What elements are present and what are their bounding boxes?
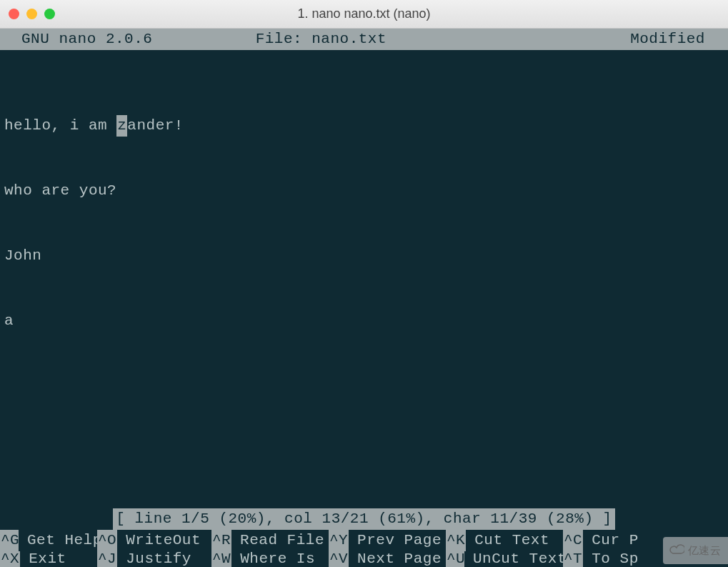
shortcut-label: Next Page (349, 551, 446, 567)
shortcut-key: ^V (329, 551, 349, 567)
shortcut-key: ^K (446, 530, 466, 551)
shortcut-item[interactable]: ^GGet Help (0, 530, 97, 551)
text-line[interactable]: hello, i am zander! (4, 115, 724, 137)
text-line[interactable]: who are you? (4, 180, 724, 202)
shortcut-label: Where Is (231, 551, 319, 567)
shortcut-key: ^C (563, 530, 583, 551)
minimize-icon[interactable] (26, 9, 37, 19)
text-line[interactable]: John (4, 245, 724, 267)
cloud-icon (669, 541, 684, 560)
shortcut-item[interactable]: ^RRead File (211, 530, 329, 551)
terminal[interactable]: GNU nano 2.0.6 File: nano.txt Modified h… (0, 29, 728, 567)
shortcut-key: ^W (211, 551, 231, 567)
shortcut-item[interactable]: ^CCur P (563, 530, 677, 551)
shortcut-key: ^Y (329, 530, 349, 551)
shortcut-item[interactable]: ^WWhere Is (211, 551, 329, 567)
shortcut-key: ^J (97, 551, 117, 567)
shortcut-label: To Sp (583, 551, 643, 567)
cursor: z (116, 115, 127, 137)
file-name: File: nano.txt (241, 29, 487, 50)
shortcut-label: Get Help (19, 530, 106, 551)
shortcut-label: WriteOut (117, 530, 205, 551)
shortcut-item[interactable]: ^XExit (0, 551, 97, 567)
editor-header: GNU nano 2.0.6 File: nano.txt Modified (0, 29, 728, 50)
modified-status: Modified (487, 29, 725, 50)
shortcut-key: ^T (563, 551, 583, 567)
shortcut-item[interactable]: ^TTo Sp (563, 551, 677, 567)
shortcut-key: ^U (446, 551, 464, 567)
traffic-lights (0, 9, 55, 19)
status-text: [ line 1/5 (20%), col 13/21 (61%), char … (113, 508, 614, 530)
line-text: ander! (127, 117, 184, 134)
shortcut-row: ^XExit^JJustify^WWhere Is^VNext Page^UUn… (0, 551, 728, 567)
shortcut-key: ^X (0, 551, 20, 567)
app-version: GNU nano 2.0.6 (3, 29, 241, 50)
maximize-icon[interactable] (44, 9, 55, 19)
text-line[interactable]: a (4, 310, 724, 332)
window: 1. nano nano.txt (nano) GNU nano 2.0.6 F… (0, 0, 728, 567)
shortcut-item[interactable]: ^OWriteOut (97, 530, 211, 551)
watermark: 亿速云 (663, 537, 729, 564)
shortcut-label: Exit (20, 551, 70, 567)
shortcut-bar: ^GGet Help^OWriteOut^RRead File^YPrev Pa… (0, 530, 728, 567)
shortcut-item[interactable]: ^UUnCut Text (446, 551, 563, 567)
shortcut-key: ^G (0, 530, 19, 551)
shortcut-label: Justify (117, 551, 196, 567)
shortcut-row: ^GGet Help^OWriteOut^RRead File^YPrev Pa… (0, 530, 728, 551)
shortcut-label: Cut Text (466, 530, 554, 551)
line-text: hello, i am (4, 117, 116, 134)
shortcut-key: ^R (211, 530, 231, 551)
watermark-text: 亿速云 (688, 543, 722, 558)
titlebar: 1. nano nano.txt (nano) (0, 0, 728, 29)
shortcut-key: ^O (97, 530, 117, 551)
window-title: 1. nano nano.txt (nano) (297, 6, 430, 21)
editor-content[interactable]: hello, i am zander! who are you? John a (0, 50, 728, 508)
shortcut-item[interactable]: ^YPrev Page (329, 530, 446, 551)
shortcut-label: Read File (231, 530, 329, 551)
status-line: [ line 1/5 (20%), col 13/21 (61%), char … (0, 508, 728, 530)
shortcut-item[interactable]: ^VNext Page (329, 551, 446, 567)
shortcut-label: Cur P (583, 530, 643, 551)
shortcut-item[interactable]: ^JJustify (97, 551, 211, 567)
shortcut-label: UnCut Text (464, 551, 571, 567)
close-icon[interactable] (9, 9, 19, 19)
shortcut-label: Prev Page (349, 530, 446, 551)
shortcut-item[interactable]: ^KCut Text (446, 530, 563, 551)
